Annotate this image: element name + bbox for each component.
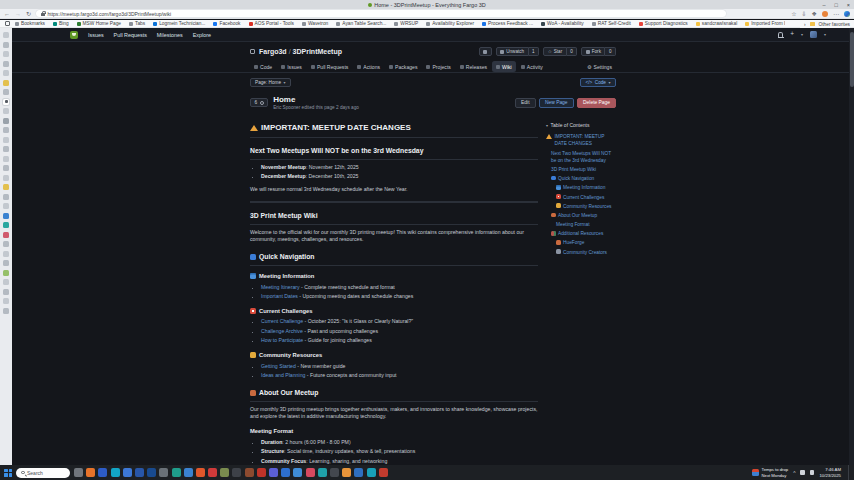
forward-icon[interactable]: →	[15, 11, 21, 17]
edit-button[interactable]: Edit	[515, 98, 535, 108]
taskbar-app-icon[interactable]	[293, 468, 302, 477]
wiki-link[interactable]: Important Dates	[261, 293, 298, 299]
bookmark-item[interactable]: Availability Explorer	[426, 21, 474, 26]
vertical-tab[interactable]	[3, 80, 9, 86]
bookmark-item[interactable]: WRSUP	[394, 21, 418, 26]
vertical-tab-active[interactable]	[3, 99, 9, 105]
vertical-tab[interactable]	[3, 270, 9, 276]
vertical-tab[interactable]	[3, 308, 9, 314]
toc-link[interactable]: Community Resources	[563, 203, 612, 210]
wiki-link[interactable]: Challenge Archive	[261, 328, 303, 334]
toc-link[interactable]: Community Creators	[563, 249, 607, 256]
taskbar-app-icon[interactable]	[330, 468, 339, 477]
taskbar-app-icon[interactable]	[306, 468, 315, 477]
wiki-link[interactable]: Current Challenge	[261, 318, 303, 324]
taskbar-app-icon[interactable]	[367, 468, 376, 477]
favorite-star-icon[interactable]: ☆	[791, 11, 796, 17]
toc-link[interactable]: Meeting Format	[556, 221, 590, 228]
bookmark-item[interactable]: WoA - Availability	[541, 21, 584, 26]
tab-issues[interactable]: Issues	[277, 61, 306, 72]
wiki-link[interactable]: Ideas and Planning	[261, 372, 305, 378]
taskbar-app-icon[interactable]	[86, 468, 95, 477]
create-new-icon[interactable]: +	[790, 31, 794, 38]
vertical-tab[interactable]	[3, 32, 9, 38]
tab-actions-icon[interactable]	[5, 21, 10, 26]
vertical-tab[interactable]	[3, 184, 9, 190]
toc-link[interactable]: 3D Print Meetup Wiki	[551, 166, 596, 173]
tab-code[interactable]: Code	[250, 61, 276, 72]
wiki-link[interactable]: Meeting Itinerary	[261, 284, 300, 290]
vertical-tab[interactable]	[3, 279, 9, 285]
vertical-tab[interactable]	[3, 289, 9, 295]
downloads-icon[interactable]: ⇩	[802, 11, 807, 17]
vertical-tab[interactable]	[3, 203, 9, 209]
weather-widget[interactable]: Temps to dropNext Monday	[752, 467, 788, 478]
taskbar-app-icon[interactable]	[172, 468, 181, 477]
page-scrollbar[interactable]	[849, 28, 854, 465]
taskbar-app-icon[interactable]	[257, 468, 266, 477]
star-button[interactable]: ☆Star	[543, 47, 567, 56]
lock-icon[interactable]	[41, 13, 45, 16]
wiki-link[interactable]: How to Participate	[261, 337, 303, 343]
taskbar-app-icon[interactable]	[147, 468, 156, 477]
vertical-tab[interactable]	[3, 137, 9, 143]
vertical-tab[interactable]	[3, 51, 9, 57]
toc-link[interactable]: About Our Meetup	[558, 212, 597, 219]
vertical-tab[interactable]	[3, 260, 9, 266]
taskbar-app-icon[interactable]	[354, 468, 363, 477]
star-count[interactable]: 0	[567, 47, 578, 56]
taskbar-app-icon[interactable]	[318, 468, 327, 477]
tab-projects[interactable]: Projects	[422, 61, 454, 72]
bookmark-item[interactable]: AOS Portal - Tools	[249, 21, 294, 26]
vertical-tab[interactable]	[3, 251, 9, 257]
rss-feed-button[interactable]	[479, 47, 492, 56]
nav-pull-requests[interactable]: Pull Requests	[114, 32, 147, 38]
bookmark-item[interactable]: Ayan Table Search...	[336, 21, 386, 26]
toc-link[interactable]: Current Challenges	[563, 194, 604, 201]
taskbar-clock[interactable]: 7:46 AM10/23/2025	[819, 467, 841, 478]
vertical-tab[interactable]	[3, 118, 9, 124]
tab-settings[interactable]: ⚙Settings	[583, 61, 616, 72]
tab-pull-requests[interactable]: Pull Requests	[307, 61, 352, 72]
taskbar-app-icon[interactable]	[111, 468, 120, 477]
taskbar-app-icon[interactable]	[159, 468, 168, 477]
gitea-logo-icon[interactable]	[70, 31, 78, 39]
bookmark-item[interactable]: Tabs	[129, 21, 145, 26]
taskbar-app-icon[interactable]	[196, 468, 205, 477]
bookmark-item[interactable]: Facebook	[213, 21, 240, 26]
tab-actions[interactable]: Actions	[353, 61, 384, 72]
user-avatar[interactable]	[810, 31, 817, 38]
vertical-tab[interactable]	[3, 194, 9, 200]
nav-explore[interactable]: Explore	[193, 32, 211, 38]
taskbar-app-icon[interactable]	[281, 468, 290, 477]
volume-icon[interactable]	[810, 470, 815, 475]
unwatch-button[interactable]: Unwatch	[496, 47, 529, 56]
vertical-tab[interactable]	[3, 232, 9, 238]
bookmark-item[interactable]: Logmein Technician...	[153, 21, 205, 26]
taskbar-app-icon[interactable]	[98, 468, 107, 477]
toc-link[interactable]: Meeting Information	[563, 184, 605, 191]
taskbar-app-icon[interactable]	[135, 468, 144, 477]
bookmark-item[interactable]: Bookmarks	[15, 21, 45, 26]
taskbar-app-icon[interactable]	[245, 468, 254, 477]
bookmark-item[interactable]: Process Feedback ...	[482, 21, 533, 26]
delete-page-button[interactable]: Delete Page	[577, 98, 616, 108]
taskbar-app-icon[interactable]	[232, 468, 241, 477]
scrollbar-thumb[interactable]	[850, 32, 854, 87]
bookmark-item[interactable]: RAT Self-Credit	[592, 21, 631, 26]
toc-link[interactable]: IMPORTANT: MEETUP DATE CHANGES	[555, 133, 617, 147]
vertical-tab[interactable]	[3, 61, 9, 67]
tab-wiki[interactable]: Wiki	[492, 61, 516, 72]
fork-button[interactable]: Fork	[581, 47, 605, 56]
vertical-tab[interactable]	[3, 89, 9, 95]
taskbar-app-icon[interactable]	[379, 468, 388, 477]
vertical-tab[interactable]	[3, 146, 9, 152]
notifications-bell-icon[interactable]	[778, 32, 783, 37]
refresh-icon[interactable]: ↻	[26, 11, 31, 17]
ellipsis-menu-icon[interactable]: ⋯	[833, 11, 839, 17]
active-tab[interactable]: Home - 3DPrintMeetup - Everything Fargo …	[0, 0, 854, 9]
wiki-link[interactable]: Getting Started	[261, 363, 296, 369]
address-bar[interactable]: https://meetup.fargo3d.com/fargo3d/3DPri…	[36, 10, 726, 18]
page-selector-dropdown[interactable]: Page: Home▾	[250, 78, 291, 87]
extensions-icon[interactable]: ❖	[812, 11, 817, 17]
